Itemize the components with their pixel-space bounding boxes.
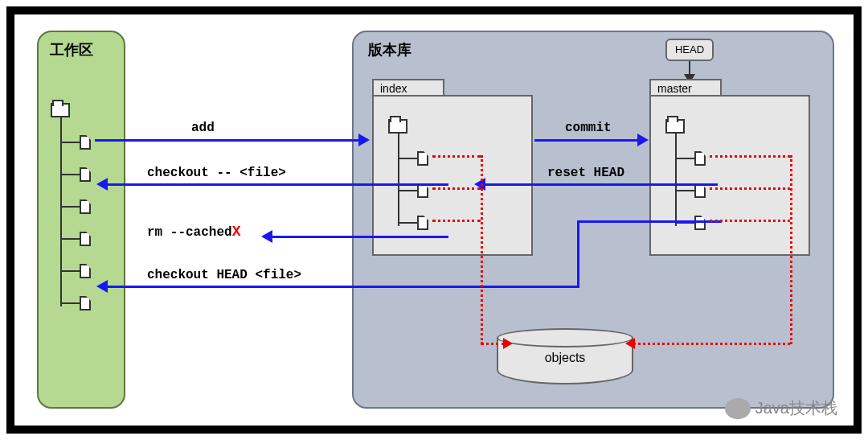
arrow-checkout-file-head [96, 178, 108, 191]
file-icon [694, 151, 706, 166]
file-icon [80, 199, 91, 214]
head-box: HEAD [665, 39, 714, 61]
file-icon [80, 135, 91, 150]
arrow-reset-head-line [485, 183, 718, 186]
dotted-index-3 [432, 220, 481, 222]
dotted-index-1 [432, 155, 481, 158]
file-icon [80, 167, 91, 182]
arrow-checkout-head-line [107, 286, 579, 288]
arrow-checkout-head-top [577, 220, 722, 223]
watermark-text: Java技术栈 [755, 397, 837, 419]
arrow-checkout-head-label: checkout HEAD <file> [147, 268, 301, 282]
file-icon [80, 264, 91, 278]
arrow-add-label: add [191, 121, 215, 135]
master-tab: master [649, 79, 722, 97]
arrow-commit-label: commit [565, 121, 612, 135]
dotted-master-2 [710, 187, 790, 190]
dotted-index-arrow [503, 338, 513, 349]
watermark: Java技术栈 [725, 397, 837, 419]
arrow-add-head [358, 134, 370, 146]
file-icon [694, 216, 706, 230]
folder-icon [51, 103, 70, 117]
index-box [372, 95, 533, 256]
working-directory-title: 工作区 [50, 40, 93, 60]
dotted-index-to-obj [481, 343, 505, 345]
file-icon [417, 216, 428, 230]
folder-icon [665, 119, 685, 134]
working-directory-panel: 工作区 [37, 31, 125, 409]
dotted-master-arrow [625, 338, 635, 349]
file-icon [417, 151, 428, 166]
arrow-commit-head [637, 134, 649, 146]
dotted-master-1 [710, 155, 790, 158]
arrow-checkout-head-vline [577, 220, 579, 288]
objects-cylinder: objects [497, 328, 633, 384]
dotted-master-to-obj [633, 343, 790, 345]
file-icon [80, 232, 91, 246]
folder-icon [388, 119, 407, 134]
wechat-icon [725, 398, 751, 419]
arrow-reset-head-label: reset HEAD [547, 166, 624, 180]
repository-title: 版本库 [368, 40, 411, 60]
arrow-rm-cached-label: rm --cachedX [147, 224, 240, 240]
red-x-icon: X [232, 224, 241, 240]
dotted-master-v [790, 155, 792, 344]
arrow-checkout-file-line [107, 183, 448, 186]
arrow-rm-cached-head [261, 230, 272, 243]
arrow-checkout-file-label: checkout -- <file> [147, 166, 286, 180]
dotted-index-v [481, 155, 483, 344]
objects-label: objects [497, 351, 633, 365]
index-tab: index [372, 79, 444, 97]
arrow-rm-cached-line [272, 236, 448, 238]
dotted-master-3 [710, 220, 790, 222]
diagram-frame: 工作区 版本库 HEAD index [6, 6, 862, 434]
arrow-add-line [95, 139, 360, 142]
file-icon [80, 296, 91, 310]
wd-file-tree [51, 103, 70, 117]
diagram-canvas: 工作区 版本库 HEAD index [14, 14, 854, 426]
arrow-checkout-head-head [96, 280, 108, 293]
arrow-commit-line [534, 139, 639, 142]
dotted-index-2 [432, 187, 481, 190]
master-box [649, 95, 810, 256]
